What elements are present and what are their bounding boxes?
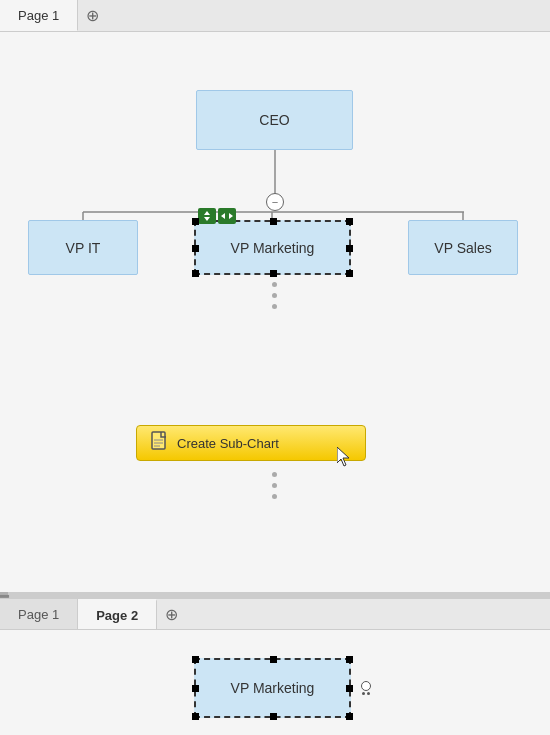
tab-page1-bottom[interactable]: Page 1 bbox=[0, 599, 78, 629]
collapse-symbol: − bbox=[272, 196, 278, 208]
handle-mr bbox=[346, 245, 353, 252]
subchart-icon bbox=[151, 431, 169, 455]
handle-bl bbox=[192, 270, 199, 277]
handle-br bbox=[346, 270, 353, 277]
handle-tc bbox=[270, 218, 277, 225]
p2-handle-tr bbox=[346, 656, 353, 663]
p2-handle-ml bbox=[192, 685, 199, 692]
link-icon bbox=[361, 681, 371, 695]
ceo-node[interactable]: CEO bbox=[196, 90, 353, 150]
collapse-button[interactable]: − bbox=[266, 193, 284, 211]
tab-page1-top[interactable]: Page 1 bbox=[0, 0, 78, 31]
link-circle bbox=[361, 681, 371, 691]
dot-line-bottom bbox=[272, 472, 277, 499]
vpsales-label: VP Sales bbox=[434, 240, 491, 256]
p2-handle-bc bbox=[270, 713, 277, 720]
vpmarketing-node[interactable]: VP Marketing bbox=[194, 220, 351, 275]
tab-bar-top: Page 1 ⊕ bbox=[0, 0, 550, 32]
move-badge bbox=[198, 208, 236, 224]
canvas-page1: CEO − VP IT VP Marketing bbox=[0, 32, 550, 592]
dot4 bbox=[272, 472, 277, 477]
vpmarketing2-label: VP Marketing bbox=[231, 680, 315, 696]
p2-handle-mr bbox=[346, 685, 353, 692]
tab-bar-bottom: Page 1 Page 2 ⊕ bbox=[0, 598, 550, 630]
handle-bc bbox=[270, 270, 277, 277]
dot2 bbox=[272, 293, 277, 298]
dot5 bbox=[272, 483, 277, 488]
add-tab-icon-bottom: ⊕ bbox=[165, 605, 178, 624]
dot1 bbox=[272, 282, 277, 287]
p2-handle-bl bbox=[192, 713, 199, 720]
link-dots bbox=[362, 692, 370, 695]
vpit-node[interactable]: VP IT bbox=[28, 220, 138, 275]
p2-handle-tl bbox=[192, 656, 199, 663]
handle-tr bbox=[346, 218, 353, 225]
tab-page1-bottom-label: Page 1 bbox=[18, 607, 59, 622]
tab-page2-bottom[interactable]: Page 2 bbox=[78, 599, 157, 629]
add-tab-button-top[interactable]: ⊕ bbox=[78, 0, 106, 31]
move-leftright-icon bbox=[218, 208, 236, 224]
dot6 bbox=[272, 494, 277, 499]
vpmarketing-node-page2[interactable]: VP Marketing bbox=[194, 658, 351, 718]
subchart-label: Create Sub-Chart bbox=[177, 436, 279, 451]
tab-page1-label: Page 1 bbox=[18, 8, 59, 23]
add-tab-button-bottom[interactable]: ⊕ bbox=[157, 599, 185, 629]
page-divider: ▐ bbox=[0, 592, 550, 598]
dot-line-top bbox=[272, 282, 277, 309]
vpsales-node[interactable]: VP Sales bbox=[408, 220, 518, 275]
canvas-page2: VP Marketing bbox=[0, 630, 550, 735]
vpmarketing-label: VP Marketing bbox=[231, 240, 315, 256]
p2-handle-br bbox=[346, 713, 353, 720]
vpit-label: VP IT bbox=[66, 240, 101, 256]
handle-ml bbox=[192, 245, 199, 252]
ceo-label: CEO bbox=[259, 112, 289, 128]
dot3 bbox=[272, 304, 277, 309]
tab-page2-bottom-label: Page 2 bbox=[96, 608, 138, 623]
handle-tl bbox=[192, 218, 199, 225]
divider-handle: ▐ bbox=[0, 592, 8, 598]
create-subchart-button[interactable]: Create Sub-Chart bbox=[136, 425, 366, 461]
add-tab-icon: ⊕ bbox=[86, 6, 99, 25]
p2-handle-tc bbox=[270, 656, 277, 663]
move-updown-icon bbox=[198, 208, 216, 224]
